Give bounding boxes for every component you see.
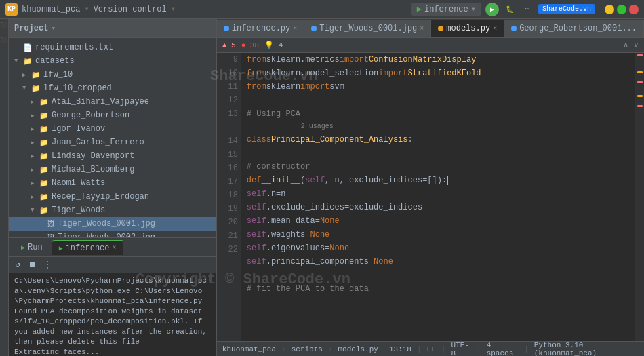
bottom-tabs: ▶ Run ▶ inference × — [9, 238, 216, 257]
line-10: 10 — [220, 66, 238, 80]
run-tab[interactable]: ▶ Run — [14, 240, 49, 255]
project-tree: 📄requirements.txt▼📁datasets▶📁lfw_10▼📁lfw… — [9, 38, 216, 237]
tab-models[interactable]: models.py × — [431, 20, 504, 37]
line-16: 15 — [220, 148, 238, 161]
line-18: 17 — [220, 175, 238, 189]
inference-tab-close[interactable]: × — [112, 244, 116, 252]
tree-item-lfw_10[interactable]: ▶📁lfw_10 — [9, 68, 216, 81]
window-controls — [605, 5, 639, 14]
tree-item-igor[interactable]: ▶📁Igor_Ivanov — [9, 122, 216, 136]
rerun-button[interactable]: ↺ — [12, 259, 24, 271]
project-panel: Project ▾ 📄requirements.txt▼📁datasets▶📁l… — [9, 19, 217, 356]
tree-arrow-datasets: ▼ — [14, 58, 21, 64]
code-line-25 — [247, 269, 629, 282]
tree-label-george: George_Robertson — [52, 111, 129, 120]
tab-dot-tiger — [311, 26, 317, 31]
tree-item-datasets[interactable]: ▼📁datasets — [9, 54, 216, 68]
maximize-button[interactable] — [617, 5, 626, 14]
tab-dot-inference — [224, 26, 229, 31]
tree-item-tiger2[interactable]: 🖼Tiger_Woods_0002.jpg — [9, 231, 216, 237]
indent-size[interactable]: 4 spaces — [487, 341, 519, 357]
tree-label-igor: Igor_Ivanov — [52, 124, 105, 134]
close-button[interactable] — [629, 5, 639, 14]
tree-item-requirements[interactable]: 📄requirements.txt — [9, 41, 216, 54]
warn-marker-2 — [637, 95, 643, 97]
tree-item-michael[interactable]: ▶📁Michael_Bloomberg — [9, 163, 216, 176]
code-line-21: self.mean_data = None — [247, 214, 629, 228]
line-19: 18 — [220, 189, 238, 202]
nav-up[interactable]: ∧ — [624, 40, 628, 50]
warn-marker-1 — [637, 71, 643, 73]
tree-icon-michael: 📁 — [39, 165, 49, 174]
terminal-toolbar: ↺ ⏹ ⋮ — [9, 257, 216, 273]
line-17: 16 — [220, 161, 238, 175]
code-editor[interactable]: 9 10 11 12 13 14 15 16 17 18 19 20 21 22… — [217, 53, 644, 341]
python-version[interactable]: Python 3.10 (khuonmat_pca) — [534, 341, 639, 357]
code-line-18: def __init__(self, n, exclude_indices=[]… — [247, 174, 629, 187]
action-bar: ⬛ ⬛ — [0, 19, 9, 356]
tree-item-lfw_10_cropped[interactable]: ▼📁lfw_10_cropped — [9, 81, 216, 95]
more-options[interactable]: ⋮ — [41, 259, 54, 271]
tree-label-lfw_10: lfw_10 — [43, 70, 73, 79]
debug-button[interactable]: 🐛 — [503, 3, 517, 16]
code-line-15: class Principal_Component_Analysis: — [247, 133, 629, 146]
terminal-line: Found PCA decomposition weights in datas… — [14, 306, 211, 347]
tree-arrow-michael: ▶ — [31, 166, 37, 174]
charset[interactable]: UTF-8 — [451, 341, 471, 357]
warning-count[interactable]: ▲ 5 — [222, 41, 236, 50]
close-tiger-tab[interactable]: × — [420, 25, 424, 33]
tree-item-juan[interactable]: ▶📁Juan_Carlos_Ferrero — [9, 136, 216, 149]
tree-arrow-juan: ▶ — [31, 139, 37, 146]
action-git[interactable]: ⬛ — [0, 37, 8, 45]
tab-tiger[interactable]: Tiger_Woods_0001.jpg × — [304, 20, 431, 37]
code-line-12 — [247, 94, 629, 107]
right-scrollbar[interactable] — [635, 53, 644, 341]
cursor-position[interactable]: 13:18 — [389, 345, 411, 353]
minimize-button[interactable] — [605, 5, 614, 14]
inference-tab[interactable]: ▶ inference × — [52, 240, 123, 255]
tree-item-lindsay[interactable]: ▶📁Lindsay_Davenport — [9, 149, 216, 163]
line-20: 19 — [220, 202, 238, 216]
tree-label-lfw_10_cropped: lfw_10_cropped — [43, 83, 112, 93]
close-models-tab[interactable]: × — [493, 25, 497, 33]
tab-george[interactable]: George_Robertson_0001... — [504, 20, 644, 37]
tree-item-recep[interactable]: ▶📁Recep_Tayyip_Erdogan — [9, 190, 216, 203]
tree-icon-naomi: 📁 — [39, 179, 49, 188]
tree-arrow-lfw_10: ▶ — [22, 71, 29, 79]
close-inference-tab[interactable]: × — [293, 25, 297, 33]
code-line-13: # Using PCA — [247, 107, 629, 121]
tree-item-tiger[interactable]: ▼📁Tiger_Woods — [9, 203, 216, 217]
stop-button[interactable]: ⏹ — [26, 259, 39, 271]
breadcrumb-root[interactable]: khuonmat_pca — [222, 345, 276, 353]
code-content[interactable]: from sklearn.metrics import ConfusionMat… — [241, 53, 635, 341]
tree-label-juan: Juan_Carlos_Ferrero — [52, 138, 144, 147]
tree-label-tiger2: Tiger_Woods_0002.jpg — [58, 233, 155, 237]
code-line-19: self.n = n — [247, 187, 629, 201]
hint-count[interactable]: 💡 4 — [264, 41, 283, 50]
tree-icon-george: 📁 — [39, 111, 49, 120]
action-project[interactable]: ⬛ — [0, 22, 8, 30]
error-count[interactable]: ● 38 — [241, 41, 259, 50]
run-button[interactable]: ▶ — [485, 3, 499, 16]
tree-icon-lfw_10: 📁 — [31, 71, 41, 79]
tree-item-tiger1[interactable]: 🖼Tiger_Woods_0001.jpg — [9, 217, 216, 231]
line-ending[interactable]: LF — [427, 345, 436, 353]
terminal-content: C:\Users\Lenovo\PycharmProjects\khuonmat… — [9, 273, 216, 356]
breadcrumb-file[interactable]: models.py — [338, 345, 378, 353]
project-name: khuonmat_pca — [22, 5, 80, 14]
tree-item-naomi[interactable]: ▶📁Naomi_Watts — [9, 176, 216, 190]
vc-label[interactable]: Version control — [94, 5, 167, 14]
notification-bar: ▲ 5 ● 38 💡 4 ∧ ∨ — [217, 38, 644, 53]
code-line-usages: 2 usages — [247, 121, 629, 133]
run-config[interactable]: ▶ inference ▾ — [411, 3, 481, 16]
tree-label-tiger1: Tiger_Woods_0001.jpg — [58, 219, 155, 229]
tab-inference[interactable]: inference.py × — [217, 20, 304, 37]
tree-item-george[interactable]: ▶📁George_Robertson — [9, 108, 216, 122]
nav-down[interactable]: ∨ — [634, 40, 639, 50]
editor-area: inference.py × Tiger_Woods_0001.jpg × mo… — [217, 19, 644, 356]
editor-tabs: inference.py × Tiger_Woods_0001.jpg × mo… — [217, 19, 644, 38]
code-line-10: from sklearn.model_selection import Stra… — [247, 66, 629, 80]
breadcrumb-scripts[interactable]: scripts — [291, 345, 323, 353]
tree-item-atal[interactable]: ▶📁Atal_Bihari_Vajpayee — [9, 95, 216, 108]
more-button[interactable]: ⋯ — [521, 3, 534, 16]
